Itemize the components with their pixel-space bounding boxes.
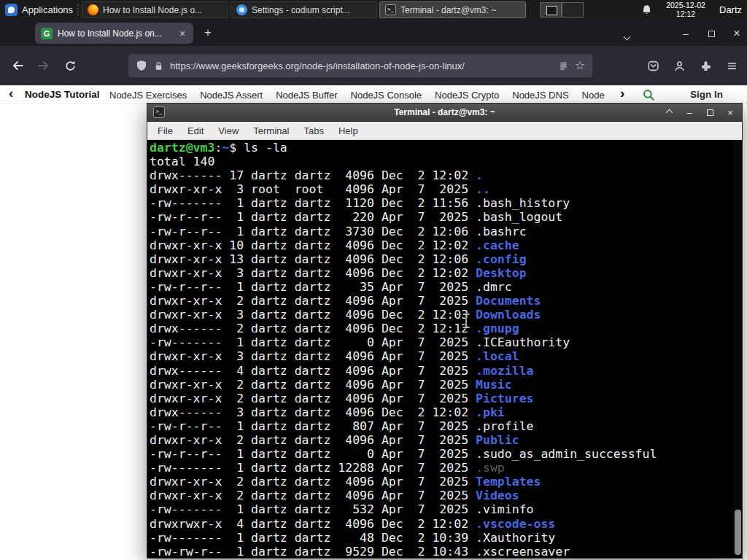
directory-name: Downloads [476,308,541,322]
save-to-pocket-button[interactable] [645,58,661,74]
terminal-line: drwxr-xr-x 10 dartz dartz 4096 Dec 2 12:… [150,238,732,252]
directory-name: Public [476,433,519,447]
url-bar[interactable]: https://www.geeksforgeeks.org/node-js/in… [128,54,592,77]
hamburger-menu-button[interactable] [724,58,740,74]
workspace-1[interactable] [540,2,562,18]
extensions-button[interactable] [697,58,713,74]
browser-minimize-button[interactable]: – [677,26,694,42]
forward-icon [37,59,50,72]
directory-name: ~ [222,141,229,155]
list-all-tabs-button[interactable] [624,29,630,42]
terminal-line: drwxr-xr-x 3 dartz dartz 4096 Dec 2 12:0… [150,266,732,280]
terminal-window: >_ Terminal - dartz@vm3: ~ – × FileEditV… [147,103,743,559]
taskbar-window-button[interactable]: Settings - codium script... [231,1,377,18]
terminal-text: -rw-r--r-- 1 dartz dartz 0 Apr 7 2025 .s… [150,447,657,461]
menu-help[interactable]: Help [331,125,365,136]
gfg-nav-link[interactable]: NodeJS Assert [200,90,263,101]
menu-terminal[interactable]: Terminal [246,125,296,136]
taskbar-window-button[interactable]: How to Install Node.js o... [82,1,228,18]
taskbar: How to Install Node.js o...Settings - co… [82,1,533,18]
forward-button[interactable] [35,57,53,74]
gfg-nav-link[interactable]: NodeJS Console [351,90,422,101]
tab-close-icon[interactable]: × [177,28,187,39]
gfg-nav-link[interactable]: NodeJS DNS [512,90,568,101]
directory-name: Videos [476,489,519,502]
reload-icon [64,60,77,72]
terminal-text: -rw------- 1 dartz dartz 532 Apr 7 2025 … [150,502,534,516]
restore-icon [708,31,715,37]
scrollbar-thumb[interactable] [735,510,741,555]
terminal-line: drwxr-xr-x 2 dartz dartz 4096 Apr 7 2025… [150,378,732,392]
menu-file[interactable]: File [150,125,180,136]
terminal-text: -rw-r--r-- 1 dartz dartz 35 Apr 7 2025 .… [150,280,512,294]
terminal-text: drwxr-xr-x 2 dartz dartz 4096 Apr 7 2025 [150,475,476,489]
workspace-2[interactable] [562,2,584,18]
terminal-scrollbar[interactable] [733,140,742,558]
panel-separator [77,4,79,15]
browser-tab[interactable]: G How to Install Node.js on... × [35,23,193,44]
browser-restore-button[interactable] [703,26,720,42]
notifications-bell-icon[interactable] [640,4,653,16]
tracking-protection-shield-icon[interactable] [136,60,147,71]
terminal-text: drwx------ 17 dartz dartz 4096 Dec 2 12:… [150,168,476,182]
site-search-button[interactable] [642,88,655,101]
sign-in-button[interactable]: Sign In [690,89,723,100]
directory-name: Documents [476,294,541,308]
terminal-text: drwx------ 4 dartz dartz 4096 Apr 7 2025 [150,364,476,378]
terminal-line: drwxr-xr-x 3 dartz dartz 4096 Dec 2 12:0… [150,308,732,322]
terminal-text: drwxr-xr-x 3 dartz dartz 4096 Apr 7 2025 [150,349,476,363]
gfg-nav-link[interactable]: NodeJS Buffer [276,90,337,101]
terminal-line: -rw------- 1 dartz dartz 1120 Dec 2 11:5… [150,196,732,210]
lock-icon[interactable] [153,61,164,71]
directory-name: .config [476,252,527,266]
nav-scroll-left-icon[interactable]: ‹ [9,85,13,101]
terminal-titlebar[interactable]: >_ Terminal - dartz@vm3: ~ – × [147,104,742,122]
terminal-line: -rw------- 1 dartz dartz 0 Apr 7 2025 .I… [150,335,732,349]
firefox-icon [88,4,98,15]
close-button[interactable]: × [725,108,735,118]
menu-tabs[interactable]: Tabs [296,125,330,136]
minimize-button[interactable]: – [684,108,694,118]
terminal-line: -rw-r--r-- 1 dartz dartz 35 Apr 7 2025 .… [150,280,732,294]
gfg-nav-link[interactable]: NodeJS Crypto [435,90,499,101]
gfg-nav-link[interactable]: NodeJS Exercises [109,90,187,101]
terminal-line: drwxr-xr-x 3 dartz dartz 4096 Apr 7 2025… [150,349,732,363]
gfg-nav-links: NodeJS ExercisesNodeJS AssertNodeJS Buff… [109,90,614,101]
reload-button[interactable] [61,57,79,74]
terminal-line: drwx------ 3 dartz dartz 4096 Dec 2 12:0… [150,405,732,419]
terminal-text: -rw-r--r-- 1 dartz dartz 220 Apr 7 2025 … [150,210,562,224]
maximize-button[interactable] [705,108,715,118]
directory-name: .vscode-oss [476,517,555,531]
back-button[interactable] [9,57,26,74]
terminal-text: -rw------- 1 dartz dartz 48 Dec 2 10:39 … [150,531,555,545]
taskbar-button-label: Settings - codium script... [252,5,350,15]
new-tab-button[interactable]: + [200,25,216,41]
chevron-down-icon [624,34,631,41]
applications-menu-button[interactable]: Applications [1,1,80,18]
account-icon [673,60,686,72]
shade-button[interactable] [664,108,674,118]
terminal-window-title: Terminal - dartz@vm3: ~ [147,107,742,117]
menu-view[interactable]: View [211,125,246,136]
taskbar-window-button[interactable]: >_Terminal - dartz@vm3: ~ [379,1,526,18]
bookmark-star-icon[interactable]: ☆ [575,60,585,71]
account-button[interactable] [671,58,687,74]
gfg-primary-link[interactable]: NodeJS Tutorial [25,89,100,100]
puzzle-icon [700,60,712,72]
chevron-up-icon [665,109,673,117]
terminal-viewport[interactable]: dartz@vm3:~$ ls -latotal 140drwx------ 1… [147,140,742,558]
desktop-panel: Applications How to Install Node.js o...… [0,0,747,20]
directory-name: Pictures [476,392,533,405]
applications-label: Applications [22,4,73,15]
terminal-line: -rw------- 1 dartz dartz 12288 Apr 7 202… [150,461,732,475]
terminal-text: drwxr-xr-x 2 dartz dartz 4096 Apr 7 2025 [150,378,476,392]
terminal-text: drwxr-xr-x 3 root root 4096 Apr 7 2025 [150,182,476,196]
reader-view-icon[interactable] [558,61,569,71]
clock-time: 12:12 [658,10,713,19]
browser-close-button[interactable]: × [728,26,746,42]
url-text[interactable]: https://www.geeksforgeeks.org/node-js/in… [170,61,552,71]
terminal-line: drwx------ 4 dartz dartz 4096 Apr 7 2025… [150,364,732,378]
nav-scroll-right-icon[interactable]: › [620,85,624,101]
menu-edit[interactable]: Edit [180,125,211,136]
gfg-nav-link[interactable]: Node [582,90,605,101]
